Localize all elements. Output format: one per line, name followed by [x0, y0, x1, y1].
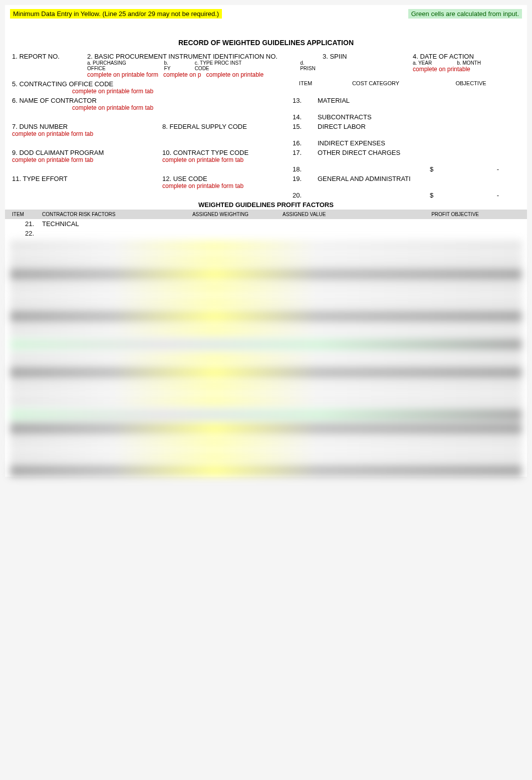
row-16: 16. INDIRECT EXPENSES — [5, 138, 527, 148]
row-20: 20. $ - — [5, 190, 527, 200]
r21-num: 21. — [10, 219, 40, 229]
sub-type-proc: c. TYPE PROC INST CODE — [195, 60, 250, 71]
sub-year: a. YEAR — [413, 60, 432, 66]
cost-15-num: 15. — [291, 122, 316, 131]
cost-20-label — [316, 190, 426, 192]
cost-19-label: GENERAL AND ADMINISTRATI — [316, 174, 426, 183]
cost-14-num: 14. — [291, 112, 316, 122]
note-7: complete on printable form tab — [12, 130, 158, 137]
cost-13-val[interactable] — [426, 96, 501, 98]
cost-13-label: MATERIAL — [316, 96, 426, 105]
note-printable-2: complete on p — [163, 71, 201, 78]
cost-16-val[interactable] — [426, 138, 501, 140]
cost-19-num: 19. — [291, 174, 316, 183]
r21-label: TECHNICAL — [40, 219, 160, 229]
field-use-code: 12. USE CODE — [162, 175, 289, 182]
note-printable-1: complete on printable form — [87, 71, 158, 78]
cost-hdr-objective: OBJECTIVE — [431, 79, 511, 87]
cost-17-num: 17. — [291, 148, 316, 157]
ph-value: ASSIGNED VALUE — [281, 211, 381, 218]
form-sheet: Minimum Data Entry in Yellow. (Line 25 a… — [5, 5, 527, 477]
cost-14-label: SUBCONTRACTS — [316, 112, 426, 122]
cost-20-num: 20. — [291, 190, 316, 200]
field-date-action: 4. DATE OF ACTION — [413, 53, 509, 60]
sub-purchasing-office: a. PURCHASING OFFICE — [87, 60, 139, 71]
field-spiin: 3. SPIIN — [323, 53, 409, 60]
cost-17-val[interactable] — [426, 148, 501, 150]
legend-yellow: Minimum Data Entry in Yellow. (Line 25 a… — [10, 9, 222, 19]
cost-16-num: 16. — [291, 138, 316, 148]
row-9-17: 9. DOD CLAIMANT PROGRAM complete on prin… — [5, 148, 527, 164]
r22-num: 22. — [10, 229, 40, 238]
cost-19-val[interactable] — [426, 174, 501, 176]
legend-row: Minimum Data Entry in Yellow. (Line 25 a… — [5, 5, 527, 23]
note-10: complete on printable form tab — [162, 156, 289, 163]
ph-risk: CONTRACTOR RISK FACTORS — [40, 211, 160, 218]
note-6: complete on printable form tab — [72, 104, 289, 111]
cost-20-val: $ - — [426, 190, 501, 200]
cost-18-label — [316, 164, 426, 166]
cost-14-val[interactable] — [426, 112, 501, 114]
sub-fy: b. FY — [164, 60, 175, 71]
field-contracting-office: 5. CONTRACTING OFFICE CODE — [12, 80, 289, 88]
field-report-no: 1. REPORT NO. — [10, 52, 85, 61]
legend-green: Green cells are calculated from input. — [408, 9, 522, 19]
row-5: 5. CONTRACTING OFFICE CODE complete on p… — [5, 79, 527, 96]
note-5: complete on printable form tab — [72, 88, 289, 95]
ph-profit: PROFIT OBJECTIVE — [381, 211, 481, 218]
row-11-19: 11. TYPE EFFORT 12. USE CODE complete on… — [5, 174, 527, 190]
cost-18-val: $ - — [426, 164, 501, 174]
r22-label — [40, 229, 160, 231]
field-contract-type: 10. CONTRACT TYPE CODE — [162, 149, 289, 156]
row-7-15: 7. DUNS NUMBER complete on printable for… — [5, 122, 527, 138]
row-22: 22. — [5, 229, 527, 238]
cost-13-num: 13. — [291, 96, 316, 105]
cost-17-label: OTHER DIRECT CHARGES — [316, 148, 426, 157]
row-18: 18. $ - — [5, 164, 527, 174]
field-type-effort: 11. TYPE EFFORT — [12, 175, 158, 182]
note-9: complete on printable form tab — [12, 156, 158, 163]
blurred-content — [5, 240, 527, 477]
field-federal-supply: 8. FEDERAL SUPPLY CODE — [162, 123, 289, 130]
field-dod-claimant: 9. DOD CLAIMANT PROGRAM — [12, 149, 158, 156]
field-contractor-name: 6. NAME OF CONTRACTOR — [12, 97, 289, 104]
row-14: 14. SUBCONTRACTS — [5, 112, 527, 122]
note-printable-3: complete on printable — [206, 71, 263, 78]
ph-item: ITEM — [10, 211, 40, 218]
form-title: RECORD OF WEIGHTED GUIDELINES APPLICATIO… — [5, 32, 527, 52]
note-12: complete on printable form tab — [162, 182, 289, 189]
sub-month: b. MONTH — [457, 60, 481, 66]
note-printable-4: complete on printable — [413, 66, 509, 73]
cost-18-num: 18. — [291, 164, 316, 174]
field-duns: 7. DUNS NUMBER — [12, 123, 158, 130]
row-21: 21. TECHNICAL — [5, 219, 527, 229]
cost-hdr-item: ITEM — [291, 79, 321, 87]
cost-15-label: DIRECT LABOR — [316, 122, 426, 131]
profit-header-row: ITEM CONTRACTOR RISK FACTORS ASSIGNED WE… — [5, 210, 527, 219]
header-row-1: 1. REPORT NO. 2. BASIC PROCUREMENT INSTR… — [5, 52, 527, 79]
cost-hdr-category: COST CATEGORY — [321, 79, 431, 87]
cost-15-val[interactable] — [426, 122, 501, 124]
row-6-13: 6. NAME OF CONTRACTOR complete on printa… — [5, 96, 527, 112]
field-basic-procurement: 2. BASIC PROCUREMENT INSTRUMENT IDENTIFI… — [87, 53, 319, 60]
sub-prisn: d. PRISN — [300, 60, 319, 71]
cost-16-label: INDIRECT EXPENSES — [316, 138, 426, 148]
profit-section-title: WEIGHTED GUIDELINES PROFIT FACTORS — [5, 200, 527, 210]
ph-weight: ASSIGNED WEIGHTING — [160, 211, 281, 218]
